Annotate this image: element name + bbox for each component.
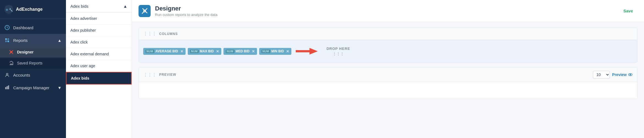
sidebar-subnav: Designer Saved Reports — [0, 47, 66, 69]
middle-panel: Adex bids ▲ Adex advertiser Adex publish… — [66, 0, 132, 138]
preview-controls: 10 25 50 100 Preview — [593, 71, 633, 79]
main-header-text: Designer Run custom reports to analyze t… — [155, 5, 217, 17]
sidebar-subitem-label-saved: Saved Reports — [17, 61, 43, 65]
app-name: AdExchange — [16, 7, 43, 12]
list-item[interactable]: Adex advertiser — [66, 13, 132, 25]
columns-section-header: ⋮⋮⋮ COLUMNS — [139, 28, 637, 40]
sidebar-item-accounts[interactable]: Accounts — [0, 69, 66, 81]
preview-section-header: ⋮⋮⋮ PREVIEW 10 25 50 100 Preview — [139, 67, 637, 82]
list-item[interactable]: Adex click — [66, 36, 132, 48]
main-header: Designer Run custom reports to analyze t… — [132, 0, 644, 22]
page-subtitle: Run custom reports to analyze the data — [155, 13, 217, 17]
preview-button-label: Preview — [612, 72, 627, 77]
list-item[interactable]: Adex publisher — [66, 25, 132, 36]
svg-text:❄: ❄ — [5, 8, 8, 12]
sidebar-item-label-accounts: Accounts — [13, 73, 30, 77]
columns-section: ⋮⋮⋮ COLUMNS NUM AVERAGE BID ✕ NUM MAX BI… — [139, 28, 637, 63]
preview-section: ⋮⋮⋮ PREVIEW 10 25 50 100 Preview — [139, 67, 637, 99]
tag-label: MAX BID — [200, 49, 214, 53]
middle-list: Adex advertiser Adex publisher Adex clic… — [66, 13, 132, 138]
list-item[interactable]: Adex user age — [66, 60, 132, 72]
list-item[interactable]: Adex external demand — [66, 48, 132, 60]
tag-label: MED BID — [236, 49, 250, 53]
close-icon[interactable]: ✕ — [252, 49, 255, 53]
svg-rect-14 — [8, 85, 9, 89]
accounts-icon — [4, 72, 10, 78]
preview-body — [139, 82, 637, 99]
chevron-down-icon: ▼ — [57, 85, 62, 90]
close-icon[interactable]: ✕ — [216, 49, 219, 53]
column-tag-min-bid[interactable]: NUM MIN BID ✕ — [259, 48, 291, 55]
middle-dropdown[interactable]: Adex bids ▲ — [66, 0, 132, 13]
dropdown-label: Adex bids — [70, 4, 89, 9]
svg-rect-4 — [5, 38, 7, 40]
sidebar: ❄ 🔧 AdExchange Dashboard — [0, 0, 66, 138]
preview-label: PREVIEW — [159, 73, 176, 77]
reports-icon — [4, 37, 10, 43]
sidebar-nav: Dashboard Reports ▲ — [0, 19, 66, 138]
sidebar-item-label-reports: Reports — [13, 38, 28, 43]
column-tag-med-bid[interactable]: NUM MED BID ✕ — [223, 48, 257, 55]
svg-point-18 — [630, 74, 631, 75]
num-badge: NUM — [261, 50, 270, 53]
preview-count-select[interactable]: 10 25 50 100 — [593, 71, 610, 79]
drag-handle-icon[interactable]: ⋮⋮⋮ — [143, 31, 156, 36]
tag-label: AVERAGE BID — [155, 49, 178, 53]
main-header-left: Designer Run custom reports to analyze t… — [139, 5, 217, 17]
drop-here-label: DROP HERE — [327, 47, 350, 51]
drop-zone[interactable]: DROP HERE ⋮⋮⋮ — [322, 44, 355, 58]
columns-label: COLUMNS — [159, 32, 178, 36]
dashboard-icon — [4, 25, 10, 30]
app-logo: ❄ 🔧 — [4, 5, 13, 14]
svg-point-11 — [6, 73, 8, 75]
sidebar-item-label-campaign: Campaign Manager — [13, 85, 49, 90]
main-content: Designer Run custom reports to analyze t… — [132, 0, 644, 138]
num-badge: NUM — [226, 50, 234, 53]
close-icon[interactable]: ✕ — [286, 49, 289, 53]
svg-rect-6 — [5, 40, 7, 42]
drop-zone-drag-icon: ⋮⋮⋮ — [333, 52, 344, 56]
svg-rect-7 — [7, 40, 9, 42]
svg-rect-12 — [5, 87, 6, 89]
sidebar-subitem-saved-reports[interactable]: Saved Reports — [0, 58, 66, 69]
sidebar-item-reports[interactable]: Reports ▲ — [0, 34, 66, 47]
sidebar-item-dashboard[interactable]: Dashboard — [0, 21, 66, 34]
svg-marker-16 — [296, 48, 318, 55]
drop-arrow-icon — [296, 47, 318, 55]
list-item-selected[interactable]: Adex bids — [66, 72, 132, 85]
column-tag-max-bid[interactable]: NUM MAX BID ✕ — [188, 48, 221, 55]
main-body: ⋮⋮⋮ COLUMNS NUM AVERAGE BID ✕ NUM MAX BI… — [132, 22, 644, 138]
page-title: Designer — [155, 5, 217, 12]
sidebar-item-campaign-manager[interactable]: Campaign Manager ▼ — [0, 81, 66, 94]
sidebar-subitem-designer[interactable]: Designer — [0, 47, 66, 58]
save-button[interactable]: Save — [619, 6, 637, 15]
svg-text:🔧: 🔧 — [9, 8, 13, 12]
sidebar-item-label-dashboard: Dashboard — [13, 25, 33, 30]
designer-subicon — [9, 50, 14, 55]
campaign-icon — [4, 85, 10, 90]
column-tag-avg-bid[interactable]: NUM AVERAGE BID ✕ — [143, 48, 186, 55]
close-icon[interactable]: ✕ — [180, 49, 183, 53]
dropdown-chevron-icon: ▲ — [123, 4, 127, 9]
svg-rect-5 — [7, 38, 9, 40]
svg-rect-13 — [7, 86, 8, 89]
designer-header-icon — [139, 5, 151, 17]
saved-reports-subicon — [9, 61, 14, 66]
columns-area: NUM AVERAGE BID ✕ NUM MAX BID ✕ NUM MED … — [139, 40, 637, 63]
tag-label: MIN BID — [271, 49, 284, 53]
sidebar-header: ❄ 🔧 AdExchange — [0, 0, 66, 19]
num-badge: NUM — [145, 50, 154, 53]
chevron-up-icon: ▲ — [57, 38, 62, 43]
num-badge: NUM — [190, 50, 199, 53]
sidebar-subitem-label-designer: Designer — [17, 50, 34, 54]
preview-drag-handle-icon[interactable]: ⋮⋮⋮ — [143, 72, 156, 77]
eye-icon — [628, 72, 633, 77]
preview-button[interactable]: Preview — [612, 72, 633, 77]
